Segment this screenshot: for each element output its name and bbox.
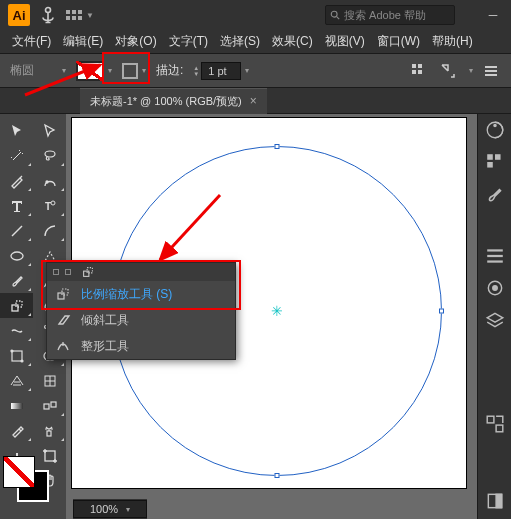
svg-rect-11 [16,301,22,307]
svg-point-0 [46,8,51,13]
menu-select[interactable]: 选择(S) [216,31,264,52]
flyout-handle[interactable] [47,263,235,281]
svg-rect-29 [44,404,49,409]
svg-point-9 [11,252,23,260]
document-tab[interactable]: 未标题-1* @ 100% (RGB/预览) × [80,88,267,114]
svg-rect-12 [12,351,22,361]
document-title: 未标题-1* @ 100% (RGB/预览) [90,94,242,109]
shape-dropdown[interactable]: ▾ [62,66,66,75]
anchor-icon[interactable] [38,5,58,25]
svg-text:T: T [45,201,51,212]
symbol-sprayer-tool[interactable] [33,418,66,443]
panel-menu-icon[interactable] [483,62,501,80]
menu-view[interactable]: 视图(V) [321,31,369,52]
help-search[interactable]: 搜索 Adobe 帮助 [325,5,455,25]
ellipse-tool[interactable] [0,243,33,268]
svg-rect-3 [418,64,422,68]
minimize-icon[interactable]: ─ [483,5,503,25]
mesh-tool[interactable] [33,368,66,393]
search-placeholder: 搜索 Adobe 帮助 [344,8,426,23]
lasso-tool[interactable] [33,143,66,168]
svg-point-1 [331,11,337,17]
svg-point-14 [21,360,23,362]
brushes-panel-icon[interactable] [485,184,505,204]
libraries-panel-icon[interactable] [485,414,505,434]
arc-tool[interactable] [33,218,66,243]
svg-rect-15 [11,403,23,409]
svg-rect-6 [485,66,497,68]
svg-rect-47 [84,271,89,276]
tool-flyout-menu: 比例缩放工具 (S) 倾斜工具 整形工具 [46,262,236,360]
anchor-point[interactable] [275,473,280,478]
svg-point-13 [11,350,13,352]
menu-edit[interactable]: 编辑(E) [59,31,107,52]
scale-tool[interactable] [0,293,33,318]
stroke-label: 描边: [156,62,183,79]
svg-rect-2 [412,64,416,68]
zoom-level[interactable]: 100%▾ [73,500,147,518]
svg-rect-38 [487,249,503,251]
svg-rect-8 [485,74,497,76]
align-icon[interactable] [411,62,429,80]
svg-point-19 [45,151,55,157]
stroke-swatch[interactable]: ▾ [122,63,146,79]
pen-tool[interactable] [0,168,33,193]
anchor-point[interactable] [439,309,444,314]
fill-proxy[interactable] [3,456,35,488]
layers-panel-icon[interactable] [485,310,505,330]
touch-type-tool[interactable]: T [33,193,66,218]
svg-point-22 [51,201,55,205]
type-tool[interactable] [0,193,33,218]
flyout-shear-tool[interactable]: 倾斜工具 [47,307,235,333]
expand-dock-icon[interactable] [485,491,505,511]
blend-tool[interactable] [33,393,66,418]
svg-rect-30 [51,402,56,407]
free-transform-tool[interactable] [0,343,33,368]
graphic-styles-panel-icon[interactable] [485,278,505,298]
menu-object[interactable]: 对象(O) [111,31,160,52]
workspace-switcher[interactable]: ▼ [66,10,94,20]
stroke-panel-icon[interactable] [485,246,505,266]
svg-point-34 [493,124,495,126]
flyout-reshape-tool[interactable]: 整形工具 [47,333,235,359]
right-panel-dock [477,114,511,519]
color-panel-icon[interactable] [485,120,505,140]
shape-name: 椭圆 [10,62,50,79]
svg-rect-36 [495,154,501,160]
svg-rect-7 [485,70,497,72]
anchor-point[interactable] [275,144,280,149]
selection-tool[interactable] [0,118,33,143]
svg-rect-48 [87,268,92,273]
svg-rect-5 [418,70,422,74]
direct-selection-tool[interactable] [33,118,66,143]
svg-rect-43 [487,416,494,423]
magic-wand-tool[interactable] [0,143,33,168]
paintbrush-tool[interactable] [0,268,33,293]
center-point-icon: ✳ [271,303,283,319]
fill-stroke-proxy[interactable] [3,456,49,502]
svg-rect-50 [62,289,68,295]
isolate-icon[interactable] [439,62,457,80]
app-logo: Ai [8,4,30,26]
gradient-tool[interactable] [0,393,33,418]
svg-rect-31 [47,431,51,436]
eyedropper-tool[interactable] [0,418,33,443]
curvature-tool[interactable] [33,168,66,193]
svg-point-20 [46,181,48,183]
line-tool[interactable] [0,218,33,243]
svg-rect-10 [12,305,18,311]
perspective-grid-tool[interactable] [0,368,33,393]
fill-swatch[interactable]: ▾ [76,61,112,81]
flyout-scale-tool[interactable]: 比例缩放工具 (S) [47,281,235,307]
menu-type[interactable]: 文字(T) [165,31,212,52]
stroke-weight[interactable]: ▲▼ 1 pt ▾ [193,62,249,80]
close-icon[interactable]: × [250,94,257,108]
menu-help[interactable]: 帮助(H) [428,31,477,52]
swatches-panel-icon[interactable] [485,152,505,172]
svg-rect-46 [496,494,502,507]
width-tool[interactable] [0,318,33,343]
menu-file[interactable]: 文件(F) [8,31,55,52]
menu-window[interactable]: 窗口(W) [373,31,424,52]
svg-rect-37 [487,162,493,168]
menu-effect[interactable]: 效果(C) [268,31,317,52]
